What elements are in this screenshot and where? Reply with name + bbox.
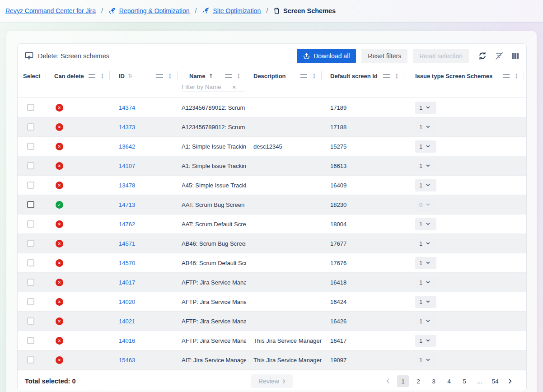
row-checkbox[interactable] xyxy=(27,240,34,247)
row-id-link[interactable]: 14020 xyxy=(119,299,135,305)
chevron-down-icon xyxy=(426,145,430,148)
row-checkbox[interactable] xyxy=(27,279,34,286)
issue-type-count-dropdown[interactable]: 1 xyxy=(415,218,436,230)
breadcrumb-separator: / xyxy=(193,7,198,14)
issue-type-count-dropdown[interactable]: 1 xyxy=(415,296,436,308)
column-menu-icon[interactable]: ⋮ xyxy=(236,73,242,79)
row-checkbox[interactable] xyxy=(27,104,34,111)
issue-type-count-dropdown[interactable]: 1 xyxy=(415,276,436,289)
can-delete-status-icon: × xyxy=(56,220,63,228)
review-button[interactable]: Review xyxy=(251,374,293,388)
row-id-link[interactable]: 14570 xyxy=(119,260,135,266)
filter-icon[interactable] xyxy=(503,74,510,78)
column-menu-icon[interactable]: ⋮ xyxy=(394,73,400,79)
next-page-button[interactable] xyxy=(505,375,515,387)
row-checkbox[interactable] xyxy=(27,298,34,305)
row-id-link[interactable]: 14571 xyxy=(119,240,135,247)
row-id-link[interactable]: 14017 xyxy=(119,279,135,286)
row-id-link[interactable]: 14373 xyxy=(119,124,135,131)
previous-page-button[interactable] xyxy=(383,375,393,387)
row-id-link[interactable]: 15463 xyxy=(119,357,135,364)
row-checkbox[interactable] xyxy=(27,317,34,325)
name-filter-input[interactable] xyxy=(182,84,232,90)
page-button-1[interactable]: 1 xyxy=(397,375,409,387)
row-checkbox[interactable] xyxy=(27,259,34,266)
row-checkbox[interactable] xyxy=(27,143,34,150)
issue-type-count-dropdown[interactable]: 1 xyxy=(415,121,436,133)
chevron-down-icon xyxy=(426,359,430,361)
issue-type-count-dropdown[interactable]: 1 xyxy=(415,238,436,250)
filter-icon[interactable] xyxy=(156,74,163,78)
issue-type-count-dropdown[interactable]: 1 xyxy=(415,257,436,269)
page-button-4[interactable]: 4 xyxy=(443,375,455,387)
row-name: AFTP: Jira Service Manage xyxy=(178,331,246,350)
table-row: × 14020 AFTP: Jira Service Manage 16424 … xyxy=(18,292,526,312)
download-all-button[interactable]: Download all xyxy=(297,49,356,63)
refresh-button[interactable] xyxy=(478,51,487,60)
row-description xyxy=(246,98,322,117)
filter-icon[interactable] xyxy=(89,74,95,78)
row-checkbox[interactable] xyxy=(27,337,34,344)
row-id-link[interactable]: 13478 xyxy=(119,182,135,189)
issue-type-count-dropdown[interactable]: 1 xyxy=(415,160,436,172)
row-checkbox[interactable] xyxy=(27,220,34,228)
column-menu-icon[interactable]: ⋮ xyxy=(311,73,317,79)
row-name: AAT: Scrum Bug Screen S xyxy=(178,195,246,214)
reset-filters-button[interactable]: Reset filters xyxy=(361,49,407,63)
filter-icon[interactable] xyxy=(225,74,232,78)
issue-type-count-dropdown[interactable]: 0 xyxy=(415,199,436,211)
clear-name-filter-icon[interactable]: × xyxy=(232,84,236,90)
column-menu-icon[interactable]: ⋮ xyxy=(99,73,105,79)
row-checkbox[interactable] xyxy=(27,123,34,131)
issue-type-count-dropdown[interactable]: 1 xyxy=(415,315,436,327)
issue-type-count-dropdown[interactable]: 1 xyxy=(415,140,436,153)
columns-button[interactable] xyxy=(511,52,519,60)
column-header-issue-type-screen-schemes[interactable]: Issue type Screen Schemes ⋮ xyxy=(404,68,524,84)
page-button-54[interactable]: 54 xyxy=(489,375,501,387)
chevron-down-icon xyxy=(426,184,430,187)
chevron-left-icon xyxy=(386,378,390,384)
page-button-5[interactable]: 5 xyxy=(459,375,470,387)
card-title-label: Delete: Screen schemes xyxy=(38,52,109,60)
clear-filter-button[interactable] xyxy=(495,51,504,60)
breadcrumb-separator: / xyxy=(99,7,105,14)
row-id-link[interactable]: 14016 xyxy=(119,337,135,344)
reset-selection-button[interactable]: Reset selection xyxy=(413,49,469,63)
row-id-link[interactable]: 14374 xyxy=(119,104,135,111)
row-checkbox[interactable] xyxy=(27,182,34,189)
row-id-link[interactable]: 14107 xyxy=(119,163,135,169)
column-menu-icon[interactable]: ⋮ xyxy=(167,73,173,79)
column-header-id[interactable]: ID ⇅ ⋮ xyxy=(110,68,178,84)
issue-type-count-dropdown[interactable]: 1 xyxy=(415,179,436,191)
sort-ascending-icon[interactable]: ↑ xyxy=(208,73,213,79)
filter-icon[interactable] xyxy=(383,74,390,78)
row-checkbox[interactable] xyxy=(27,201,34,208)
can-delete-status-icon: × xyxy=(56,298,63,306)
column-header-description[interactable]: Description ⋮ xyxy=(246,68,322,84)
issue-type-count-dropdown[interactable]: 1 xyxy=(415,354,436,366)
column-header-default-screen-id[interactable]: Default screen Id ⋮ xyxy=(322,68,404,84)
row-id-link[interactable]: 14762 xyxy=(119,221,135,228)
column-menu-icon[interactable]: ⋮ xyxy=(514,73,520,79)
row-id-link[interactable]: 13642 xyxy=(119,143,135,150)
chevron-down-icon xyxy=(426,320,430,322)
row-checkbox[interactable] xyxy=(27,162,34,169)
issue-type-count-dropdown[interactable]: 1 xyxy=(415,102,436,114)
table-row: × 14107 A1: Simple Issue Tracking 16613 … xyxy=(18,156,526,176)
page-button-3[interactable]: 3 xyxy=(428,375,440,387)
issue-type-count-dropdown[interactable]: 1 xyxy=(415,335,436,347)
page-button-2[interactable]: 2 xyxy=(412,375,424,387)
sort-icon[interactable]: ⇅ xyxy=(128,73,132,79)
breadcrumb-link-site-optimization[interactable]: Site Optimization xyxy=(213,7,261,14)
row-default-screen-id: 16426 xyxy=(322,312,404,331)
row-id-link[interactable]: 14713 xyxy=(119,201,135,208)
breadcrumb-link-reporting-optimization[interactable]: Reporting & Optimization xyxy=(119,7,190,14)
filter-icon[interactable] xyxy=(300,74,307,78)
column-header-can-delete[interactable]: Can delete ⋮ xyxy=(46,68,110,84)
row-checkbox[interactable] xyxy=(27,356,34,364)
monitor-icon xyxy=(25,52,33,60)
column-header-name[interactable]: Name ↑ ⋮ xyxy=(178,68,246,84)
breadcrumb-link-command-center[interactable]: Revyz Command Center for Jira xyxy=(5,7,96,14)
row-id-link[interactable]: 14021 xyxy=(119,318,135,325)
row-name: AIT: Jira Service Managem xyxy=(178,350,246,369)
